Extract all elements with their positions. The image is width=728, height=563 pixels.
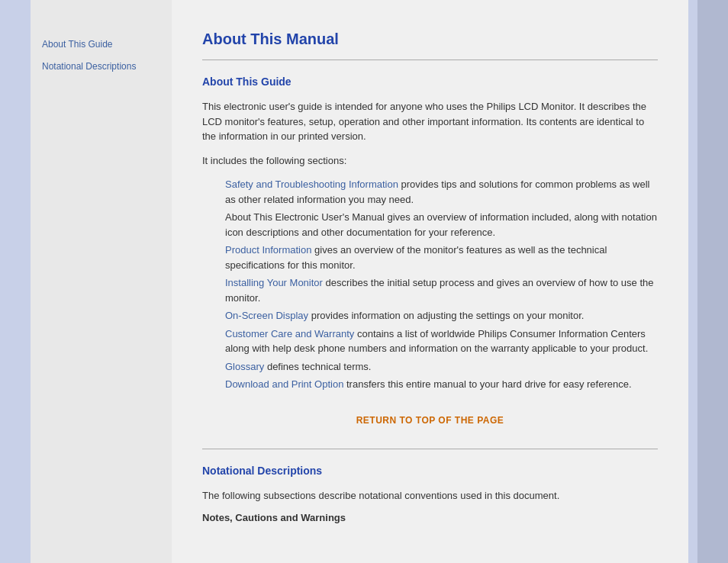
glossary-link[interactable]: Glossary [225, 361, 264, 372]
product-info-link[interactable]: Product Information [225, 244, 311, 256]
about-guide-paragraph2: It includes the following sections: [202, 153, 658, 169]
return-to-top: RETURN TO TOP OF THE PAGE [202, 415, 658, 426]
link-item-download: Download and Print Option transfers this… [225, 377, 658, 392]
osd-link[interactable]: On-Screen Display [225, 310, 308, 321]
notational-title: Notational Descriptions [202, 465, 658, 477]
bottom-divider [202, 449, 658, 449]
about-guide-title: About This Guide [202, 76, 658, 88]
download-link[interactable]: Download and Print Option [225, 378, 343, 390]
top-divider [202, 60, 658, 60]
sidebar-item-about-guide[interactable]: About This Guide [42, 38, 160, 51]
page-title: About This Manual [202, 31, 658, 48]
left-border [0, 0, 31, 563]
sidebar: About This Guide Notational Descriptions [31, 0, 172, 563]
about-guide-section: About This Guide This electronic user's … [202, 76, 658, 392]
link-item-glossary: Glossary defines technical terms. [225, 359, 658, 375]
customer-care-link[interactable]: Customer Care and Warranty [225, 328, 354, 339]
installing-link[interactable]: Installing Your Monitor [225, 277, 323, 288]
notational-section: Notational Descriptions The following su… [202, 465, 658, 524]
link-item-osd: On-Screen Display provides information o… [225, 308, 658, 323]
right-border-2 [697, 0, 728, 563]
safety-link[interactable]: Safety and Troubleshooting Information [225, 179, 398, 190]
link-item-safety: Safety and Troubleshooting Information p… [225, 177, 658, 207]
main-content: About This Manual About This Guide This … [172, 0, 688, 563]
link-item-customer-care: Customer Care and Warranty contains a li… [225, 327, 658, 356]
link-item-product: Product Information gives an overview of… [225, 243, 658, 272]
notes-cautions-label: Notes, Cautions and Warnings [202, 512, 658, 523]
return-to-top-link[interactable]: RETURN TO TOP OF THE PAGE [356, 415, 504, 426]
sidebar-item-notational[interactable]: Notational Descriptions [42, 60, 160, 73]
link-item-electronic: About This Electronic User's Manual give… [225, 210, 658, 240]
right-border-1 [688, 0, 697, 563]
links-section: Safety and Troubleshooting Information p… [225, 177, 658, 392]
about-guide-paragraph1: This electronic user's guide is intended… [202, 99, 658, 144]
link-item-installing: Installing Your Monitor describes the in… [225, 275, 658, 305]
notational-paragraph1: The following subsections describe notat… [202, 488, 658, 503]
